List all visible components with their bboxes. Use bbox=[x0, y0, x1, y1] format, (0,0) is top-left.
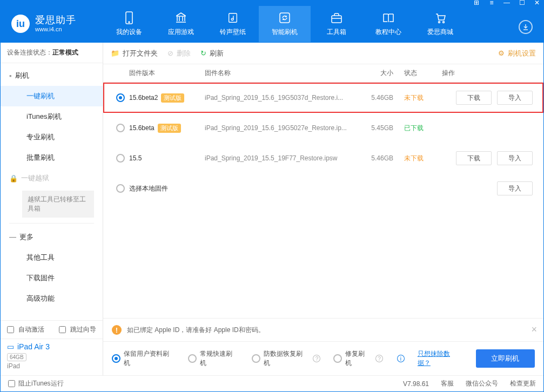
nav-store[interactable]: 爱思商城 bbox=[414, 6, 466, 42]
nav-ringtones[interactable]: 铃声壁纸 bbox=[207, 6, 259, 42]
info-icon[interactable]: i bbox=[397, 355, 405, 362]
delete-button[interactable]: ⊘ 删除 bbox=[167, 49, 191, 58]
firmware-row[interactable]: 15.6beta测试版iPad_Spring_2019_15.6_19G5027… bbox=[103, 113, 543, 143]
nav-apps[interactable]: 应用游戏 bbox=[155, 6, 207, 42]
nav-label: 铃声壁纸 bbox=[220, 28, 246, 37]
firmware-size: 5.45GB bbox=[350, 124, 393, 132]
beta-tag: 测试版 bbox=[161, 93, 184, 103]
customer-service-link[interactable]: 客服 bbox=[441, 379, 454, 388]
book-icon bbox=[382, 11, 395, 24]
nav-label: 应用游戏 bbox=[168, 28, 194, 37]
sidebar-item-itunes-flash[interactable]: iTunes刷机 bbox=[1, 106, 103, 127]
nav-my-device[interactable]: 我的设备 bbox=[103, 6, 155, 42]
start-flash-button[interactable]: 立即刷机 bbox=[476, 349, 535, 368]
th-name: 固件名称 bbox=[205, 69, 350, 78]
toolbox-icon bbox=[330, 11, 343, 24]
firmware-row[interactable]: 15.6beta2测试版iPad_Spring_2019_15.6_19G503… bbox=[103, 83, 543, 113]
svg-point-1 bbox=[129, 22, 130, 23]
th-version: 固件版本 bbox=[129, 69, 205, 78]
collapse-icon: ▪ bbox=[9, 72, 12, 80]
nav-label: 工具箱 bbox=[327, 28, 346, 37]
radio-icon bbox=[252, 354, 260, 363]
import-button[interactable]: 导入 bbox=[497, 91, 533, 105]
help-icon[interactable]: ? bbox=[375, 355, 383, 362]
logo-icon: iu bbox=[11, 15, 30, 33]
refresh-button[interactable]: ↻ 刷新 bbox=[200, 49, 224, 58]
gear-icon: ⚙ bbox=[498, 49, 505, 57]
opt-normal-flash[interactable]: 常规快速刷机 bbox=[188, 349, 239, 368]
app-logo: iu 爱思助手 www.i4.cn bbox=[1, 15, 103, 33]
svg-rect-4 bbox=[280, 13, 290, 23]
collapse-icon: — bbox=[9, 233, 16, 241]
sidebar-group-flash[interactable]: ▪ 刷机 bbox=[1, 65, 103, 86]
firmware-size: 5.46GB bbox=[350, 94, 393, 102]
sidebar-item-advanced[interactable]: 高级功能 bbox=[1, 288, 103, 309]
footer: 阻止iTunes运行 V7.98.61 客服 微信公众号 检查更新 bbox=[1, 375, 543, 391]
radio-icon bbox=[112, 354, 120, 363]
block-itunes-checkbox[interactable]: 阻止iTunes运行 bbox=[8, 379, 64, 388]
open-folder-button[interactable]: 📁 打开文件夹 bbox=[111, 49, 158, 58]
sidebar-group-more[interactable]: — 更多 bbox=[1, 227, 103, 247]
download-button[interactable]: 下载 bbox=[456, 91, 492, 105]
version-label: V7.98.61 bbox=[403, 380, 429, 388]
lock-icon: 🔒 bbox=[9, 174, 18, 183]
nav-label: 我的设备 bbox=[116, 28, 142, 37]
download-button[interactable]: 下载 bbox=[456, 151, 492, 165]
firmware-row[interactable]: 15.5iPad_Spring_2019_15.5_19F77_Restore.… bbox=[103, 143, 543, 173]
erase-data-link[interactable]: 只想抹除数据？ bbox=[418, 349, 463, 368]
check-update-link[interactable]: 检查更新 bbox=[510, 379, 536, 388]
nav-tutorials[interactable]: 教程中心 bbox=[362, 6, 414, 42]
device-connection-status: 设备连接状态：正常模式 bbox=[1, 43, 103, 63]
top-nav: 我的设备 应用游戏 铃声壁纸 智能刷机 工具箱 教程中心 爱思商城 bbox=[103, 6, 466, 42]
firmware-version: 15.5 bbox=[129, 154, 142, 162]
flash-options-row: 保留用户资料刷机 常规快速刷机 防数据恢复刷机? 修复刷机? i 只想抹除数据？… bbox=[103, 342, 543, 375]
close-icon[interactable]: × bbox=[531, 324, 537, 335]
skip-guide-checkbox[interactable] bbox=[59, 326, 66, 333]
flash-settings-button[interactable]: ⚙ 刷机设置 bbox=[498, 49, 536, 58]
main-content: 📁 打开文件夹 ⊘ 删除 ↻ 刷新 ⚙ 刷机设置 固件版本 固件名称 大小 状态… bbox=[103, 43, 543, 375]
import-button[interactable]: 导入 bbox=[497, 151, 533, 165]
row-radio[interactable] bbox=[116, 124, 125, 132]
radio-icon bbox=[333, 354, 342, 363]
firmware-version: 15.6beta bbox=[129, 124, 155, 132]
wechat-link[interactable]: 微信公众号 bbox=[466, 379, 498, 388]
svg-rect-2 bbox=[229, 13, 237, 22]
row-ops: 下载导入 bbox=[442, 151, 533, 165]
nav-label: 智能刷机 bbox=[272, 28, 298, 37]
row-radio[interactable] bbox=[116, 154, 125, 163]
firmware-row[interactable]: 选择本地固件导入 bbox=[103, 173, 543, 204]
th-ops: 操作 bbox=[442, 69, 533, 78]
cart-icon bbox=[434, 11, 447, 24]
warning-icon: ! bbox=[112, 325, 122, 335]
nav-toolbox[interactable]: 工具箱 bbox=[311, 6, 362, 42]
sidebar-item-batch-flash[interactable]: 批量刷机 bbox=[1, 147, 103, 168]
phone-icon bbox=[123, 11, 136, 24]
opt-keep-data[interactable]: 保留用户资料刷机 bbox=[112, 349, 175, 368]
sidebar: 设备连接状态：正常模式 ▪ 刷机 一键刷机 iTunes刷机 专业刷机 批量刷机… bbox=[1, 43, 103, 375]
sidebar-item-other-tools[interactable]: 其他工具 bbox=[1, 247, 103, 268]
firmware-status: 未下载 bbox=[393, 154, 442, 163]
firmware-filename: iPad_Spring_2019_15.5_19F77_Restore.ipsw bbox=[205, 154, 350, 162]
skip-guide-label: 跳过向导 bbox=[70, 325, 96, 334]
help-icon[interactable]: ? bbox=[313, 355, 320, 362]
connected-device[interactable]: ▭ iPad Air 3 64GB iPad bbox=[1, 339, 103, 375]
row-radio[interactable] bbox=[116, 184, 125, 193]
device-type: iPad bbox=[7, 362, 96, 370]
download-manager-icon[interactable] bbox=[519, 20, 533, 34]
bottom-panel: ! 如已绑定 Apple ID，请准备好 Apple ID和密码。 × 保留用户… bbox=[103, 318, 543, 375]
auto-activate-label: 自动激活 bbox=[18, 325, 44, 334]
sidebar-item-download-firmware[interactable]: 下载固件 bbox=[1, 268, 103, 288]
sidebar-item-oneclick-flash[interactable]: 一键刷机 bbox=[1, 86, 103, 106]
sidebar-item-pro-flash[interactable]: 专业刷机 bbox=[1, 127, 103, 147]
divider bbox=[9, 223, 94, 224]
th-size: 大小 bbox=[350, 69, 393, 78]
nav-flash[interactable]: 智能刷机 bbox=[259, 6, 311, 42]
row-ops: 导入 bbox=[442, 181, 533, 195]
th-status: 状态 bbox=[393, 69, 442, 78]
opt-anti-recovery[interactable]: 防数据恢复刷机? bbox=[252, 349, 320, 368]
row-radio[interactable] bbox=[116, 93, 125, 102]
opt-repair-flash[interactable]: 修复刷机? bbox=[333, 349, 383, 368]
import-button[interactable]: 导入 bbox=[497, 181, 533, 195]
row-ops: 下载导入 bbox=[442, 91, 533, 105]
auto-activate-checkbox[interactable] bbox=[7, 326, 14, 333]
